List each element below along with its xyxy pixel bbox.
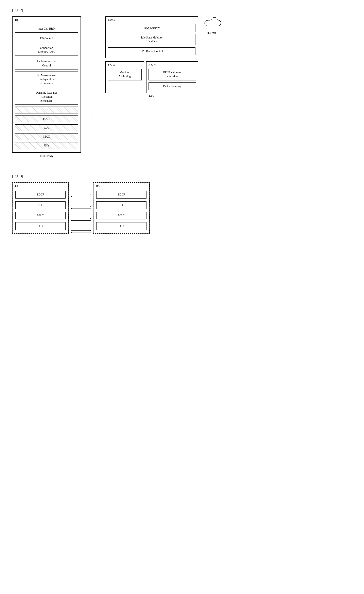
box-idle-state: Idle State MobilityHandling [108,34,195,45]
eutran-label: E-UTRAN [12,154,81,158]
box-inter-cell-rrm: Inter Cell RRM [15,25,78,33]
sgw-pgw-row: S-GW MobilityAnchoring P-GW UE IP addres… [105,61,198,93]
sgw-outer-box: S-GW MobilityAnchoring [105,61,144,93]
box-mac-bs: MAC [15,133,78,140]
rlc-arrow-right [71,205,91,207]
arrows-col [69,182,93,236]
s1-line-right [95,116,105,116]
pdcp-arrows [71,190,91,200]
box-phy-bs: PHY [15,142,78,149]
s1-dashed-line [93,16,93,118]
fig3-section: [Fig. 3] UE PDCP RLC MAC PHY [12,174,352,236]
bs3-label: BS [96,184,100,188]
box-connection-mobility: ConnectionMobility Cont. [15,44,78,56]
ue-inner: PDCP RLC MAC PHY [15,191,65,230]
bs-outer-box: BS Inter Cell RRM RB Control ConnectionM… [12,16,81,153]
box-packet-filtering: Packet Filtering [149,82,196,90]
bs3-pdcp-box: PDCP [96,191,146,199]
fig2-diagram: BS Inter Cell RRM RB Control ConnectionM… [12,16,352,158]
mme-inner: NAS Security Idle State MobilityHandling… [108,24,195,55]
sgw-inner: MobilityAnchoring [108,69,142,80]
bs-block: BS Inter Cell RRM RB Control ConnectionM… [12,16,81,158]
box-rrc: RRC [15,107,78,114]
bs3-mac-box: MAC [96,212,146,219]
ue-phy-box: PHY [15,222,65,230]
fig2-label: [Fig. 2] [12,8,352,12]
pgw-inner: UE IP addresessallocation Packet Filteri… [149,69,196,90]
bs3-inner: PDCP RLC MAC PHY [96,191,146,230]
ue-rlc-box: RLC [15,201,65,209]
fig2-section: [Fig. 2] BS Inter Cell RRM RB Control Co… [12,8,352,158]
pdcp-arrow-right [71,193,91,195]
rlc-arrow-left [71,208,91,209]
box-radio-admission: Radio AdmissionControl [15,58,78,69]
mac-arrows [71,215,91,224]
box-rlc-bs: RLC [15,124,78,131]
box-dynamic-resource: Dynamic ResourceAllocation(Scheduler) [15,89,78,105]
box-pdcp-bs: PDCP [15,115,78,122]
mme-label: MME [108,18,115,21]
box-mobility-anchoring: MobilityAnchoring [108,69,142,80]
s1-connector: S1 [81,16,105,138]
pgw-outer-box: P-GW UE IP addresessallocation Packet Fi… [146,61,198,93]
rlc-arrows [71,202,91,212]
box-nas-security: NAS Security [108,24,195,32]
bs-inner-boxes: Inter Cell RRM RB Control ConnectionMobi… [15,25,78,149]
bs3-phy-box: PHY [96,222,146,230]
internet-label: Internet [207,31,216,35]
phy-arrow-right [71,230,91,231]
ue-label: UE [15,184,19,188]
box-rb-control: RB Control [15,35,78,42]
epc-area: MME NAS Security Idle State MobilityHand… [105,16,198,93]
box-ue-ip: UE IP addresessallocation [149,69,196,80]
s1-text: S1 [92,115,95,118]
phy-arrows [71,227,91,236]
s1-arrow: S1 [81,115,106,118]
box-bs-measurement: BS MeasurementConfiguration& Provision [15,72,78,87]
s1-line-left [81,116,91,116]
ue-pdcp-box: PDCP [15,191,65,199]
sgw-label: S-GW [108,63,115,67]
ue-outer-box: UE PDCP RLC MAC PHY [12,182,69,233]
epc-label: EPC [105,94,198,97]
mac-arrow-right [71,218,91,219]
fig3-diagram: UE PDCP RLC MAC PHY [12,182,352,236]
ue-mac-box: MAC [15,212,65,219]
phy-arrow-left [71,232,91,234]
bs3-outer-box: BS PDCP RLC MAC PHY [93,182,150,233]
fig3-label: [Fig. 3] [12,174,352,178]
bs3-rlc-box: RLC [96,201,146,209]
epc-block: MME NAS Security Idle State MobilityHand… [105,16,198,97]
pdcp-arrow-left [71,196,91,197]
pgw-label: P-GW [149,63,156,67]
mme-outer-box: MME NAS Security Idle State MobilityHand… [105,16,198,58]
mac-arrow-left [71,220,91,222]
box-eps-bearer: EPS Bearer Control [108,47,195,55]
bs-label: BS [15,18,19,21]
cloud-icon [202,16,222,31]
internet-block: Internet [202,16,222,47]
